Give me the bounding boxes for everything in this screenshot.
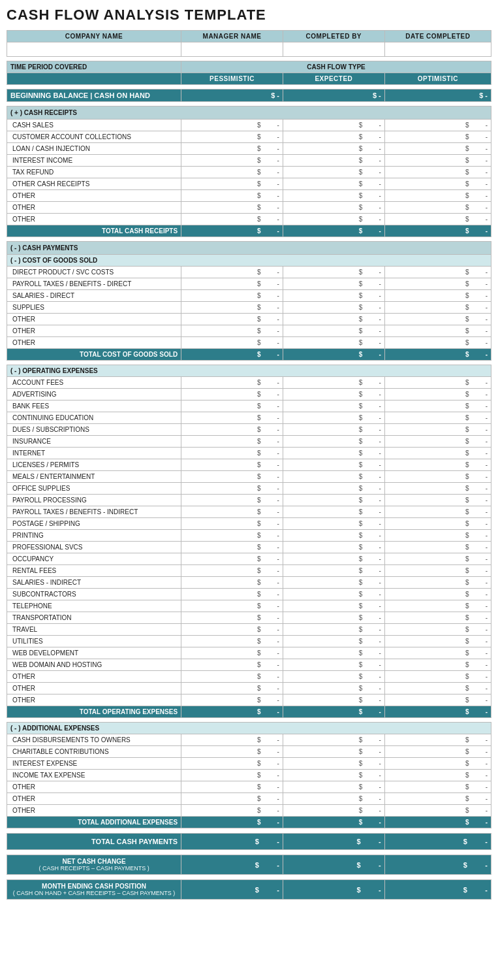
list-item: INTEREST EXPENSE $ - $ - $ - (7, 758, 491, 770)
cash-sales-label: CASH SALES (7, 120, 181, 131)
transportation-label: TRANSPORTATION (7, 612, 181, 624)
tax-refund-optimistic[interactable]: $ - (384, 167, 491, 178)
list-item: SALARIES - INDIRECT $ - $ - $ - (7, 577, 491, 589)
supplies-label: SUPPLIES (7, 302, 181, 314)
other2-expected[interactable]: $ - (283, 202, 384, 214)
list-item: OTHER $ - $ - $ - (7, 202, 491, 214)
tax-refund-pessimistic[interactable]: $ - (181, 167, 283, 178)
list-item: CUSTOMER ACCOUNT COLLECTIONS $ - $ - $ - (7, 131, 491, 143)
loan-cash-optimistic[interactable]: $ - (384, 143, 491, 155)
list-item: PRINTING $ - $ - $ - (7, 530, 491, 542)
beginning-balance-pessimistic[interactable]: $- (181, 90, 283, 102)
total-cash-receipts-expected[interactable]: $ - (283, 225, 384, 237)
expected-header: EXPECTED (283, 73, 384, 85)
other3-expected[interactable]: $ - (283, 214, 384, 225)
subcontractors-label: SUBCONTRACTORS (7, 589, 181, 600)
gap-9 (7, 875, 491, 880)
customer-account-expected[interactable]: $ - (283, 131, 384, 143)
total-cash-receipts-optimistic[interactable]: $ - (384, 225, 491, 237)
total-cash-receipts-pessimistic[interactable]: $ - (181, 225, 283, 237)
list-item: OTHER CASH RECEIPTS $ - $ - $ - (7, 178, 491, 190)
other3-pessimistic[interactable]: $ - (181, 214, 283, 225)
list-item: OTHER $ - $ - $ - (7, 805, 491, 817)
gap-2 (7, 85, 491, 90)
cost-of-goods-label: ( - ) COST OF GOODS SOLD (7, 255, 491, 267)
beginning-balance-optimistic[interactable]: $- (384, 90, 491, 102)
cash-payments-label: ( - ) CASH PAYMENTS (7, 242, 491, 255)
cash-payments-section-header: ( - ) CASH PAYMENTS (7, 242, 491, 255)
other-cash-receipts-expected[interactable]: $ - (283, 178, 384, 190)
list-item: SUPPLIES $ - $ - $ - (7, 302, 491, 314)
company-name-input[interactable] (7, 42, 181, 57)
gap-6 (7, 718, 491, 723)
gap-8 (7, 850, 491, 855)
continuing-education-label: CONTINUING EDUCATION (7, 412, 181, 424)
gap-4 (7, 237, 491, 242)
list-item: RENTAL FEES $ - $ - $ - (7, 565, 491, 577)
list-item: OTHER $ - $ - $ - (7, 793, 491, 805)
licenses-permits-label: LICENSES / PERMITS (7, 459, 181, 471)
list-item: PAYROLL TAXES / BENEFITS - DIRECT $ - $ … (7, 278, 491, 290)
list-item: CONTINUING EDUCATION $ - $ - $ - (7, 412, 491, 424)
optimistic-header: OPTIMISTIC (384, 73, 491, 85)
list-item: ACCOUNT FEES $ - $ - $ - (7, 377, 491, 389)
total-additional-expenses-row: TOTAL ADDITIONAL EXPENSES $ - $ - $ - (7, 817, 491, 828)
gap-7 (7, 828, 491, 834)
cash-sales-optimistic[interactable]: $ - (384, 120, 491, 131)
salaries-direct-label: SALARIES - DIRECT (7, 290, 181, 302)
other-cash-receipts-optimistic[interactable]: $ - (384, 178, 491, 190)
list-item: INTERNET $ - $ - $ - (7, 448, 491, 459)
other3-optimistic[interactable]: $ - (384, 214, 491, 225)
op-other2-label: OTHER (7, 683, 181, 694)
customer-account-pessimistic[interactable]: $ - (181, 131, 283, 143)
list-item: SUBCONTRACTORS $ - $ - $ - (7, 589, 491, 600)
cash-sales-pessimistic[interactable]: $ - (181, 120, 283, 131)
other2-pessimistic[interactable]: $ - (181, 202, 283, 214)
list-item: OTHER $ - $ - $ - (7, 214, 491, 225)
completed-by-input[interactable] (283, 42, 384, 57)
web-domain-hosting-label: WEB DOMAIN AND HOSTING (7, 659, 181, 671)
tax-refund-label: TAX REFUND (7, 167, 181, 178)
list-item: INTEREST INCOME $ - $ - $ - (7, 155, 491, 167)
list-item: TRANSPORTATION $ - $ - $ - (7, 612, 491, 624)
cash-sales-expected[interactable]: $ - (283, 120, 384, 131)
cash-flow-type-label: CASH FLOW TYPE (181, 61, 491, 73)
payroll-taxes-direct-label: PAYROLL TAXES / BENEFITS - DIRECT (7, 278, 181, 290)
add-other1-label: OTHER (7, 781, 181, 793)
postage-shipping-label: POSTAGE / SHIPPING (7, 518, 181, 530)
total-cash-receipts-label: TOTAL CASH RECEIPTS (7, 225, 181, 237)
loan-cash-expected[interactable]: $ - (283, 143, 384, 155)
payroll-processing-label: PAYROLL PROCESSING (7, 495, 181, 506)
operating-expenses-subheader: ( - ) OPERATING EXPENSES (7, 365, 491, 377)
professional-svcs-label: PROFESSIONAL SVCS (7, 542, 181, 553)
list-item: OTHER $ - $ - $ - (7, 683, 491, 694)
meals-entertainment-label: MEALS / ENTERTAINMENT (7, 471, 181, 483)
list-item: WEB DOMAIN AND HOSTING $ - $ - $ - (7, 659, 491, 671)
other2-optimistic[interactable]: $ - (384, 202, 491, 214)
list-item: DIRECT PRODUCT / SVC COSTS $ - $ - $ - (7, 267, 491, 278)
account-fees-label: ACCOUNT FEES (7, 377, 181, 389)
list-item: OCCUPANCY $ - $ - $ - (7, 553, 491, 565)
net-cash-change-label: NET CASH CHANGE ( CASH RECEIPTS – CASH P… (7, 855, 181, 875)
total-cog-label: TOTAL COST OF GOODS SOLD (7, 349, 181, 361)
other-cash-receipts-pessimistic[interactable]: $ - (181, 178, 283, 190)
other1-expected[interactable]: $ - (283, 190, 384, 202)
internet-label: INTERNET (7, 448, 181, 459)
interest-expense-label: INTEREST EXPENSE (7, 758, 181, 770)
interest-income-optimistic[interactable]: $ - (384, 155, 491, 167)
list-item: PAYROLL TAXES / BENEFITS - INDIRECT $ - … (7, 506, 491, 518)
date-completed-input[interactable] (384, 42, 491, 57)
telephone-label: TELEPHONE (7, 600, 181, 612)
other1-optimistic[interactable]: $ - (384, 190, 491, 202)
customer-account-optimistic[interactable]: $ - (384, 131, 491, 143)
cost-of-goods-subheader: ( - ) COST OF GOODS SOLD (7, 255, 491, 267)
add-other3-label: OTHER (7, 805, 181, 817)
other1-pessimistic[interactable]: $ - (181, 190, 283, 202)
manager-name-input[interactable] (181, 42, 283, 57)
loan-cash-pessimistic[interactable]: $ - (181, 143, 283, 155)
interest-income-pessimistic[interactable]: $ - (181, 155, 283, 167)
tax-refund-expected[interactable]: $ - (283, 167, 384, 178)
interest-income-expected[interactable]: $ - (283, 155, 384, 167)
beginning-balance-expected[interactable]: $- (283, 90, 384, 102)
list-item: TELEPHONE $ - $ - $ - (7, 600, 491, 612)
